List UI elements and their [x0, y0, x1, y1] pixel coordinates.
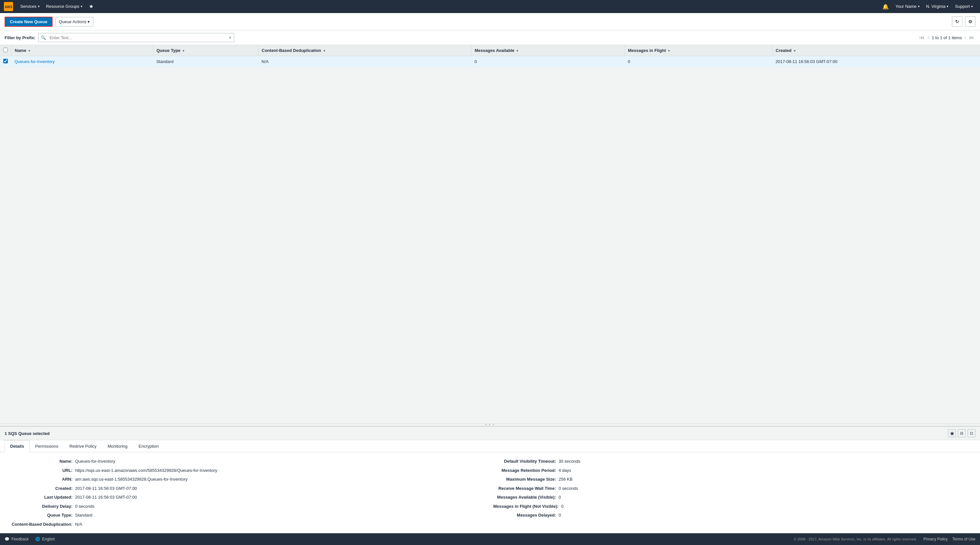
- username-chevron-icon: ▾: [918, 0, 920, 13]
- detail-value: 2017-08-11 16:56:03 GMT-07:00: [75, 485, 137, 492]
- feedback-button[interactable]: 💬 Feedback: [5, 537, 29, 542]
- region-menu[interactable]: N. Virginia ▾: [923, 0, 952, 13]
- detail-label: Content-Based Deduplication:: [10, 521, 75, 528]
- queue-type-sort-icon: ▾: [183, 49, 184, 52]
- footer-links: Privacy Policy Terms of Use: [923, 537, 975, 542]
- detail-label: Default Visibility Timeout:: [493, 458, 558, 465]
- create-queue-button[interactable]: Create New Queue: [5, 17, 52, 27]
- detail-value: Queues-for-Inventory: [75, 458, 115, 465]
- header-messages-available[interactable]: Messages Available ▾: [471, 45, 624, 56]
- globe-icon: 🌐: [35, 537, 40, 542]
- detail-row: Created:2017-08-11 16:56:03 GMT-07:00: [10, 484, 487, 493]
- detail-label: Messages Delayed:: [493, 512, 558, 518]
- row-messages-available: 0: [471, 56, 624, 67]
- filter-search-icon: 🔍: [38, 35, 48, 40]
- row-checkbox[interactable]: [3, 59, 8, 64]
- tab-details[interactable]: Details: [5, 440, 30, 452]
- queue-actions-button[interactable]: Queue Actions ▾: [55, 17, 94, 27]
- panel-icon-3[interactable]: ⊡: [967, 429, 975, 437]
- content-dedup-sort-icon: ▾: [323, 49, 325, 52]
- detail-row: URL:https://sqs.us-east-1.amazonaws.com/…: [10, 466, 487, 475]
- settings-button[interactable]: ⚙: [965, 16, 975, 27]
- pagination-last-button[interactable]: ⏭: [968, 35, 975, 40]
- username-menu[interactable]: Your Name ▾: [892, 0, 923, 13]
- detail-value: 0 seconds: [558, 485, 578, 492]
- header-created[interactable]: Created ▾: [772, 45, 980, 56]
- messages-available-sort-icon: ▾: [517, 49, 518, 52]
- queue-table-container: Name ▾ Queue Type ▾ Content-Based Dedupl…: [0, 45, 980, 67]
- select-all-checkbox[interactable]: [3, 48, 8, 52]
- bottom-panel-icons: ▣ ⊟ ⊡: [948, 429, 975, 437]
- row-messages-in-flight: 0: [625, 56, 772, 67]
- details-left: Name:Queues-for-InventoryURL:https://sqs…: [6, 457, 490, 529]
- table-header-row: Name ▾ Queue Type ▾ Content-Based Dedupl…: [0, 45, 980, 56]
- detail-label: Receive Message Wait Time:: [493, 485, 558, 492]
- panel-icon-1[interactable]: ▣: [948, 429, 956, 437]
- pagination-first-button[interactable]: ⏮: [918, 35, 926, 40]
- services-chevron-icon: ▾: [38, 0, 40, 13]
- detail-row: Message Retention Period:4 days: [493, 466, 970, 475]
- aws-logo[interactable]: AWS: [4, 2, 13, 11]
- detail-value: Standard: [75, 512, 92, 518]
- queue-table: Name ▾ Queue Type ▾ Content-Based Dedupl…: [0, 45, 980, 67]
- detail-row: ARN:arn:aws:sqs:us-east-1:585534329928:Q…: [10, 475, 487, 484]
- bookmarks-icon[interactable]: ★: [86, 0, 97, 13]
- table-row[interactable]: Queues-for-Inventory Standard N/A 0 0 20…: [0, 56, 980, 67]
- language-selector[interactable]: 🌐 English: [35, 537, 55, 542]
- privacy-policy-link[interactable]: Privacy Policy: [923, 537, 948, 542]
- detail-row: Queue Type:Standard: [10, 511, 487, 520]
- tab-redrive[interactable]: Redrive Policy: [64, 440, 102, 452]
- header-content-dedup[interactable]: Content-Based Deduplication ▾: [258, 45, 471, 56]
- filter-clear-button[interactable]: ×: [226, 35, 234, 40]
- detail-value: 0: [558, 494, 561, 501]
- detail-row: Messages in Flight (Not Visible):0: [493, 502, 970, 511]
- details-content: Name:Queues-for-InventoryURL:https://sqs…: [0, 452, 980, 533]
- header-messages-in-flight[interactable]: Messages in Flight ▾: [625, 45, 772, 56]
- detail-row: Maximum Message Size:256 KB: [493, 475, 970, 484]
- panel-icon-2[interactable]: ⊟: [958, 429, 966, 437]
- resource-groups-chevron-icon: ▾: [81, 0, 82, 13]
- details-right: Default Visibility Timeout:30 secondsMes…: [490, 457, 974, 529]
- main-content-area: [0, 67, 980, 424]
- panel-drag-handle[interactable]: • • •: [0, 424, 980, 426]
- detail-value: arn:aws:sqs:us-east-1:585534329928:Queue…: [75, 476, 188, 483]
- terms-of-use-link[interactable]: Terms of Use: [952, 537, 975, 542]
- resource-groups-menu[interactable]: Resource Groups ▾: [43, 0, 86, 13]
- region-chevron-icon: ▾: [947, 0, 948, 13]
- queue-name-link[interactable]: Queues-for-Inventory: [15, 59, 55, 64]
- header-name[interactable]: Name ▾: [11, 45, 153, 56]
- filter-input[interactable]: [48, 35, 227, 40]
- queue-actions-chevron-icon: ▾: [88, 19, 90, 24]
- messages-in-flight-sort-icon: ▾: [668, 49, 670, 52]
- detail-label: Name:: [10, 458, 75, 465]
- detail-label: ARN:: [10, 476, 75, 483]
- bottom-panel-header: 1 SQS Queue selected ▣ ⊟ ⊡: [0, 427, 980, 440]
- copyright-text: © 2008 - 2017, Amazon Web Services, Inc.…: [794, 537, 917, 541]
- bottom-panel: 1 SQS Queue selected ▣ ⊟ ⊡ DetailsPermis…: [0, 426, 980, 533]
- tab-encryption[interactable]: Encryption: [133, 440, 164, 452]
- pagination-prev-button[interactable]: ‹: [927, 35, 930, 40]
- filter-bar: Filter by Prefix: 🔍 × ⏮ ‹ 1 to 1 of 1 it…: [0, 30, 980, 45]
- tab-monitoring[interactable]: Monitoring: [102, 440, 133, 452]
- top-navigation: AWS Services ▾ Resource Groups ▾ ★ 🔔 You…: [0, 0, 980, 13]
- detail-label: Maximum Message Size:: [493, 476, 558, 483]
- header-queue-type[interactable]: Queue Type ▾: [153, 45, 258, 56]
- support-menu[interactable]: Support ▾: [951, 0, 976, 13]
- services-menu[interactable]: Services ▾: [17, 0, 43, 13]
- filter-label: Filter by Prefix:: [5, 35, 36, 40]
- detail-row: Content-Based Deduplication:N/A: [10, 520, 487, 529]
- tab-permissions[interactable]: Permissions: [30, 440, 64, 452]
- detail-label: Message Retention Period:: [493, 467, 558, 474]
- details-tabs-bar: DetailsPermissionsRedrive PolicyMonitori…: [0, 440, 980, 452]
- row-checkbox-cell: [0, 56, 11, 67]
- refresh-button[interactable]: ↻: [952, 16, 963, 27]
- created-sort-icon: ▾: [794, 49, 795, 52]
- pagination-next-button[interactable]: ›: [963, 35, 967, 40]
- detail-value: https://sqs.us-east-1.amazonaws.com/5855…: [75, 467, 217, 474]
- detail-value: 4 days: [558, 467, 571, 474]
- detail-label: Last Updated:: [10, 494, 75, 501]
- detail-row: Default Visibility Timeout:30 seconds: [493, 457, 970, 466]
- detail-value: 2017-08-11 16:56:03 GMT-07:00: [75, 494, 137, 501]
- row-name[interactable]: Queues-for-Inventory: [11, 56, 153, 67]
- bell-icon[interactable]: 🔔: [879, 3, 892, 10]
